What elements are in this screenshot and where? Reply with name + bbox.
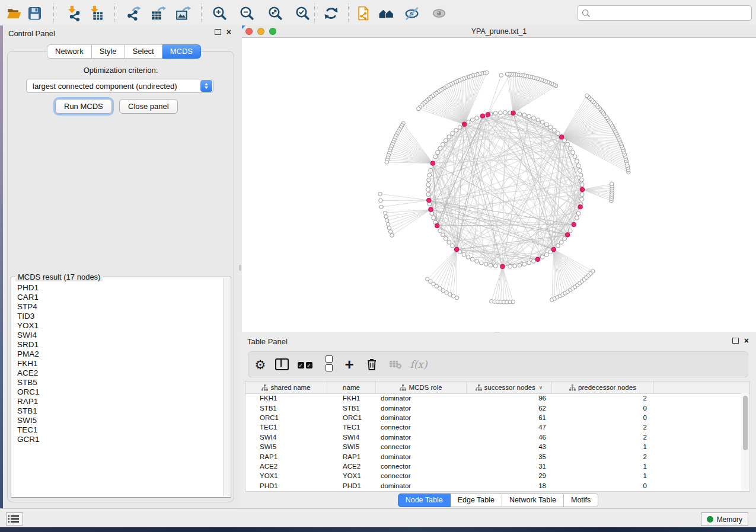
table-scrollbar[interactable] [741,393,749,491]
table-row[interactable]: ACE2ACE2connector311 [245,462,749,471]
function-builder-button-disabled: f(x) [409,352,429,377]
mcds-result-item[interactable]: RAP1 [17,397,223,406]
column-header-MCDS-role[interactable]: MCDS role [376,382,467,393]
mcds-result-item[interactable]: PHD1 [17,283,223,293]
open-session-button[interactable] [5,4,23,22]
table-row[interactable]: YOX1YOX1connector291 [245,471,749,480]
tab-network[interactable]: Network [47,44,92,59]
table-cell: SWI5 [245,442,327,451]
close-panel-button[interactable]: Close panel [119,99,178,114]
mcds-result-item[interactable]: PMA2 [17,350,223,359]
mcds-result-item[interactable]: TEC1 [17,425,223,435]
table-cell: TEC1 [327,422,376,432]
tab-motifs[interactable]: Motifs [564,493,598,507]
close-panel-icon[interactable]: × [227,29,231,35]
mcds-list-scrollbar[interactable] [223,278,230,496]
network-canvas[interactable] [242,37,756,332]
control-panel: Control Panel × NetworkStyleSelectMCDS O… [3,25,239,508]
checked-boxes-icon: ✓✓ [296,360,313,369]
table-cell: SWI4 [327,432,376,442]
column-header-label: successor nodes [484,384,535,391]
search-input[interactable] [591,7,751,19]
tab-mcds[interactable]: MCDS [162,44,201,59]
apply-layout-button[interactable] [323,4,340,22]
network-frame-titlebar[interactable]: YPA_prune.txt_1 [242,25,756,38]
first-neighbors-button[interactable] [378,4,395,22]
gear-icon: ⚙ [255,358,266,371]
table-row[interactable]: STB1STB1dominator620 [245,403,749,412]
mcds-result-item[interactable]: SWI5 [17,416,223,425]
run-mcds-button[interactable]: Run MCDS [55,99,112,114]
unchecked-boxes-icon [320,355,338,373]
mcds-result-item[interactable]: FKH1 [17,359,223,368]
mcds-result-item[interactable]: TID3 [17,312,223,321]
mcds-result-item[interactable]: STB5 [17,378,223,387]
column-visibility-button[interactable] [274,352,289,377]
mcds-result-item[interactable]: YOX1 [17,321,223,331]
column-header-predecessor-nodes[interactable]: predecessor nodes [552,382,654,393]
tab-network-table[interactable]: Network Table [502,493,564,507]
hide-selected-button[interactable] [403,4,421,22]
import-table-icon [88,5,104,21]
table-cell: 47 [467,422,552,432]
table-scrollbar-thumb[interactable] [743,396,748,450]
mcds-result-item[interactable]: CAR1 [17,293,223,302]
export-network-button[interactable] [125,4,142,22]
mcds-result-item[interactable]: SWI4 [17,331,223,340]
save-session-button[interactable] [26,4,44,22]
column-header-successor-nodes[interactable]: successor nodes∨ [467,382,552,393]
mcds-result-item[interactable]: STP4 [17,302,223,312]
table-cell: connector [376,422,467,432]
show-all-button[interactable] [430,4,448,22]
mcds-result-item[interactable]: ACE2 [17,368,223,378]
float-panel-icon[interactable] [732,338,739,344]
zoom-out-button[interactable] [238,4,256,22]
column-header-name[interactable]: name [327,382,376,393]
memory-button[interactable]: Memory [701,512,748,526]
deselect-all-button[interactable] [320,352,338,377]
tab-edge-table[interactable]: Edge Table [451,493,502,507]
table-cell: 0 [552,481,654,491]
dropdown-stepper-icon [200,80,212,92]
float-panel-icon[interactable] [215,29,221,35]
mcds-result-item[interactable]: SRD1 [17,340,223,350]
criterion-dropdown[interactable]: largest connected component (undirected) [26,79,213,93]
export-table-button[interactable] [149,4,167,22]
trash-icon [366,358,378,371]
tab-style[interactable]: Style [92,44,125,59]
table-row[interactable]: PHD1PHD1dominator180 [245,481,749,491]
export-image-button[interactable] [174,4,192,22]
import-network-button[interactable] [65,4,83,22]
table-row[interactable]: TEC1TEC1connector472 [245,422,749,432]
import-table-button[interactable] [88,4,106,22]
table-row[interactable]: ORC1ORC1dominator610 [245,413,749,422]
vertical-splitter-handle[interactable] [239,265,241,271]
control-panel-title: Control Panel [8,29,55,38]
mcds-result-item[interactable]: ORC1 [17,387,223,397]
import-network-icon [66,5,82,21]
tab-node-table[interactable]: Node Table [398,493,451,507]
mcds-result-item[interactable]: STB1 [17,406,223,416]
table-row[interactable]: SWI5SWI5connector431 [245,442,749,451]
table-row[interactable]: SWI4SWI4dominator462 [245,432,749,442]
zoom-selected-button[interactable] [294,4,312,22]
network-from-selection-button[interactable] [355,4,372,22]
table-row[interactable]: RAP1RAP1dominator352 [245,451,749,461]
zoom-in-button[interactable] [211,4,229,22]
delete-column-button[interactable] [364,352,379,377]
table-row[interactable]: FKH1FKH1dominator962 [245,393,749,403]
mcds-result-item[interactable]: GCR1 [17,435,223,444]
table-cell: 0 [552,403,654,412]
table-cell: 0 [552,413,654,422]
task-history-button[interactable] [6,512,23,525]
zoom-fit-button[interactable] [267,4,285,22]
column-header-shared-name[interactable]: shared name [245,382,327,393]
add-column-button[interactable]: + [342,352,356,377]
mcds-result-box: MCDS result (17 nodes) PHD1CAR1STP4TID3Y… [11,277,231,498]
close-panel-icon[interactable]: × [744,338,749,344]
table-cell: 96 [467,393,552,403]
column-type-icon [400,384,406,391]
tab-select[interactable]: Select [125,44,162,59]
table-settings-button[interactable]: ⚙ [253,352,267,377]
select-all-button[interactable]: ✓✓ [296,352,314,377]
